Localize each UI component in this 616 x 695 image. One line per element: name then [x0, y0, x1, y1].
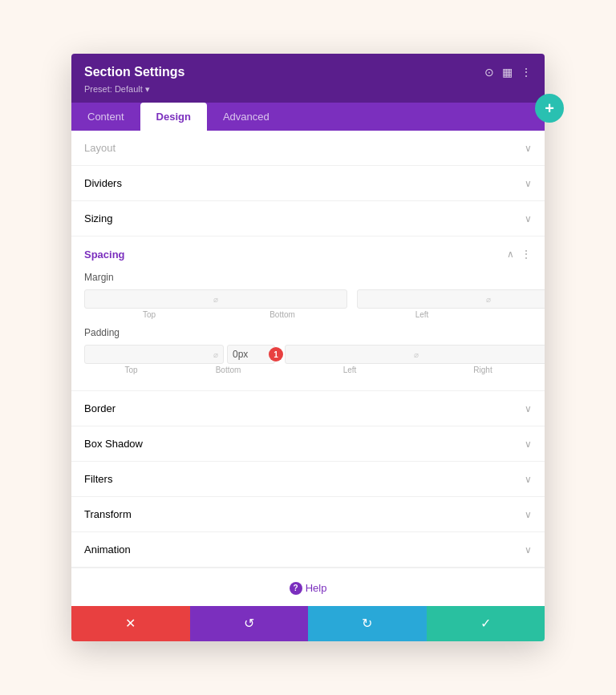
margin-top-label: Top: [84, 310, 214, 319]
padding-inputs: ⌀ 1 Top Bottom: [84, 345, 532, 374]
section-sizing-label: Sizing: [84, 212, 112, 224]
padding-bottom-input[interactable]: [227, 345, 275, 364]
chevron-down-icon: ∨: [525, 178, 532, 189]
save-icon: ✓: [480, 616, 491, 631]
save-button[interactable]: ✓: [427, 606, 545, 641]
margin-top-input[interactable]: [90, 293, 210, 305]
section-border-label: Border: [84, 402, 116, 414]
modal-header: Section Settings ⊙ ▦ ⋮ Preset: Default ▾: [71, 54, 545, 103]
help-label: Help: [306, 582, 327, 594]
margin-top-bottom-pair: ⌀: [84, 289, 347, 309]
chevron-down-icon: ∨: [525, 143, 532, 154]
help-link[interactable]: ? Help: [290, 582, 327, 595]
tab-design[interactable]: Design: [140, 103, 207, 131]
reset-button[interactable]: ↺: [190, 606, 309, 641]
columns-icon[interactable]: ▦: [502, 66, 513, 79]
padding-left-right-pair: ⌀: [285, 345, 545, 364]
question-icon: ?: [290, 582, 302, 595]
padding-label: Padding: [84, 327, 532, 338]
modal-title: Section Settings: [84, 65, 184, 79]
margin-label: Margin: [84, 272, 532, 283]
more-icon[interactable]: ⋮: [521, 66, 532, 79]
link-icon[interactable]: ⌀: [414, 350, 419, 359]
padding-right-label: Right: [418, 366, 545, 374]
margin-right-label: Right: [490, 310, 545, 319]
padding-left-right-group: ⌀ Left Right: [285, 345, 545, 374]
padding-right-input[interactable]: [422, 349, 542, 360]
preset-label[interactable]: Preset: Default ▾: [84, 84, 532, 95]
padding-top-bottom-group: ⌀ 1 Top Bottom: [84, 345, 275, 374]
tab-advanced[interactable]: Advanced: [207, 103, 286, 131]
padding-bottom-wrapper: 1: [227, 345, 275, 364]
modal-wrapper: + Section Settings ⊙ ▦ ⋮ Preset: Default…: [71, 54, 545, 641]
padding-left-label: Left: [285, 366, 415, 374]
margin-left-right-pair: ⌀: [357, 289, 545, 309]
modal: Section Settings ⊙ ▦ ⋮ Preset: Default ▾…: [71, 54, 545, 641]
padding-top-input[interactable]: [90, 349, 210, 360]
section-spacing[interactable]: Spacing ∧ ⋮: [71, 236, 545, 272]
padding-bottom-label: Bottom: [181, 366, 275, 374]
action-bar: ✕ ↺ ↻ ✓: [71, 606, 545, 641]
section-filters-label: Filters: [84, 473, 112, 485]
margin-lr-labels: Left Right: [357, 310, 545, 319]
section-layout[interactable]: Layout ∨: [71, 131, 545, 166]
chevron-down-icon: ∨: [525, 438, 532, 450]
section-animation[interactable]: Animation ∨: [71, 532, 545, 568]
margin-bottom-input[interactable]: [221, 293, 342, 305]
floating-action-button[interactable]: +: [535, 94, 564, 123]
chevron-down-icon: ∨: [525, 509, 532, 520]
chevron-down-icon: ∨: [525, 403, 532, 414]
link-icon[interactable]: ⌀: [213, 350, 218, 359]
margin-tb-labels: Top Bottom: [84, 310, 347, 319]
modal-body: Layout ∨ Dividers ∨ Sizing ∨ Spacing ∧ ⋮: [71, 131, 545, 606]
reset-icon: ↺: [244, 616, 254, 631]
margin-left-input[interactable]: [363, 293, 483, 305]
modal-footer: ? Help: [71, 568, 545, 606]
section-box-shadow[interactable]: Box Shadow ∨: [71, 426, 545, 462]
padding-lr-labels: Left Right: [285, 366, 545, 374]
padding-top-pair: ⌀: [84, 345, 224, 364]
link-icon[interactable]: ⌀: [213, 295, 218, 304]
chevron-up-icon: ∧: [507, 249, 514, 260]
margin-left-right-group: ⌀ Left Right: [357, 289, 545, 319]
section-border[interactable]: Border ∨: [71, 391, 545, 426]
section-spacing-label: Spacing: [84, 249, 125, 261]
margin-right-input[interactable]: [494, 293, 545, 305]
target-icon[interactable]: ⊙: [484, 66, 494, 79]
section-animation-label: Animation: [84, 543, 131, 556]
link-icon[interactable]: ⌀: [486, 295, 491, 304]
redo-icon: ↻: [362, 616, 372, 631]
section-sizing[interactable]: Sizing ∨: [71, 201, 545, 236]
chevron-down-icon: ∨: [525, 474, 532, 485]
chevron-down-icon: ∨: [525, 544, 532, 556]
margin-top-bottom-group: ⌀ Top Bottom: [84, 289, 347, 319]
redo-button[interactable]: ↻: [308, 606, 427, 641]
section-layout-label: Layout: [84, 142, 116, 154]
spacing-content: Margin ⌀ Top Bottom: [71, 272, 545, 391]
cancel-icon: ✕: [125, 616, 136, 631]
margin-left-label: Left: [357, 310, 487, 319]
header-icons: ⊙ ▦ ⋮: [484, 66, 532, 79]
padding-tb-labels: Top Bottom: [84, 366, 275, 374]
tab-bar: Content Design Advanced: [71, 103, 545, 131]
section-transform-label: Transform: [84, 508, 132, 520]
section-dividers-label: Dividers: [84, 177, 122, 189]
section-transform[interactable]: Transform ∨: [71, 497, 545, 532]
section-dividers[interactable]: Dividers ∨: [71, 166, 545, 201]
margin-bottom-label: Bottom: [217, 310, 347, 319]
cancel-button[interactable]: ✕: [71, 606, 190, 641]
dots-icon[interactable]: ⋮: [521, 248, 532, 261]
spacing-section-icons: ∧ ⋮: [507, 248, 532, 261]
padding-top-label: Top: [84, 366, 178, 374]
padding-left-input[interactable]: [290, 349, 411, 360]
title-row: Section Settings ⊙ ▦ ⋮: [84, 65, 532, 79]
section-filters[interactable]: Filters ∨: [71, 462, 545, 497]
chevron-down-icon: ∨: [525, 213, 532, 224]
section-box-shadow-label: Box Shadow: [84, 438, 143, 450]
notification-badge: 1: [269, 347, 283, 362]
tab-content[interactable]: Content: [71, 103, 140, 131]
margin-inputs: ⌀ Top Bottom ⌀: [84, 289, 532, 319]
